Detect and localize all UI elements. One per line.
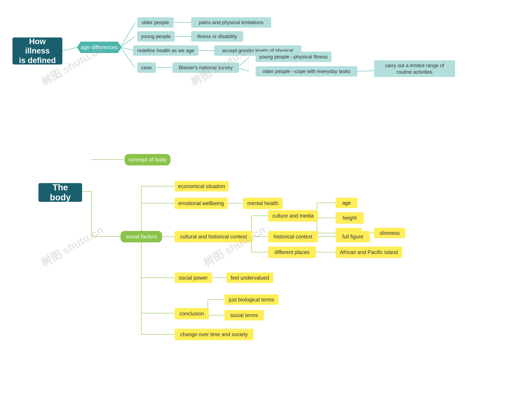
node-age-differences: age differences: [77, 42, 121, 53]
node-older-people: older people: [137, 17, 173, 28]
node-carry-out: carry out a limited range of routine act…: [374, 60, 455, 77]
node-conclusion: conclusion: [175, 308, 209, 319]
node-young-fitness: young people --physical fitness: [256, 52, 331, 62]
node-social-factors: social factors: [120, 231, 162, 242]
svg-line-1: [120, 22, 135, 47]
node-height: height: [336, 212, 364, 224]
node-young-people: young people: [137, 31, 175, 42]
node-social-terms: social terms: [224, 310, 264, 320]
node-economical: economical situation: [175, 181, 228, 191]
node-biological: just biological terms: [224, 294, 279, 305]
node-social-power: social power: [175, 273, 212, 283]
node-full-figure: full figure: [336, 231, 370, 242]
node-culture-media: culture and media: [268, 210, 318, 221]
node-cultural-historical: cultural and historical context: [175, 231, 253, 242]
node-african-pacific: African and Pacific island: [336, 247, 402, 258]
svg-line-2: [120, 36, 135, 47]
node-case: case: [137, 62, 156, 73]
node-change-over-time: change over time and society: [175, 329, 253, 340]
root-node-illness: How illness is defined: [13, 38, 62, 65]
node-different-places: different places: [268, 247, 316, 258]
node-emotional: emotional wellbeing: [175, 198, 228, 209]
node-age: age: [336, 198, 357, 208]
node-concept-body: concept of body: [125, 154, 171, 165]
node-older-cope: older people --cope with everyday tasks: [256, 66, 357, 77]
node-blaxter: Blaxter's national survey: [172, 62, 239, 73]
svg-line-11: [355, 71, 374, 71]
node-historical-context: historical context: [268, 231, 318, 242]
watermark-4: 树图 shutu.cn: [201, 223, 268, 270]
watermark-3: 树图 shutu.cn: [38, 223, 106, 270]
node-slimness: slimness: [374, 228, 405, 238]
root-node-body: The body: [38, 183, 82, 202]
node-feel-undervalued: feel undervalued: [227, 273, 273, 283]
svg-line-0: [62, 47, 77, 51]
node-mental-health: mental health: [243, 198, 283, 209]
mind-map: How illness is defined age differences o…: [0, 0, 532, 403]
node-pains: pains and physical limitations: [191, 17, 271, 28]
node-redefine: redefine health as we age: [133, 45, 198, 56]
node-illness-disability: illness or disability: [191, 31, 243, 42]
